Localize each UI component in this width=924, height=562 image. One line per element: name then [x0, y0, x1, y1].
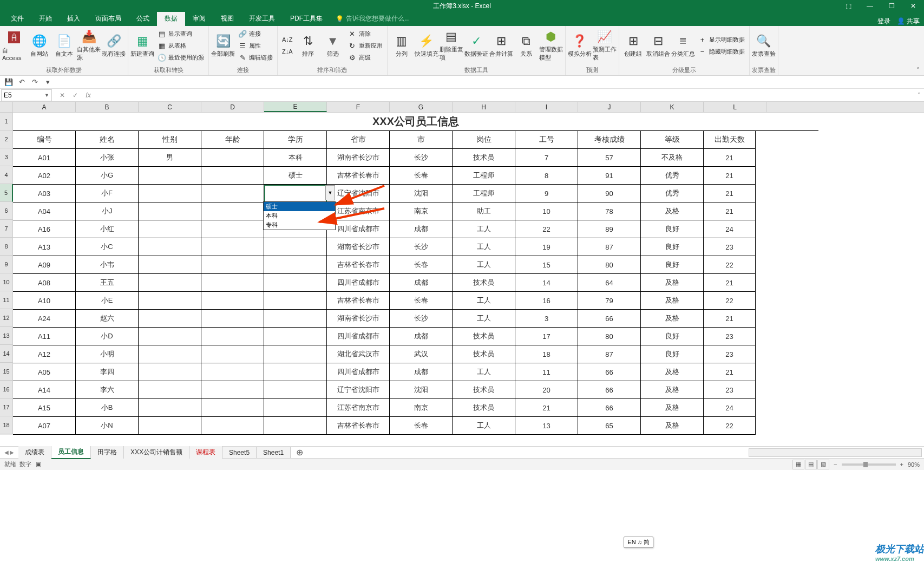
table-cell[interactable]: 良好 — [641, 238, 704, 256]
table-cell[interactable]: 技术员 — [453, 328, 515, 345]
table-cell[interactable]: 21 — [704, 310, 756, 328]
table-cell[interactable]: 长沙 — [390, 149, 453, 167]
add-sheet-button[interactable]: ⊕ — [291, 447, 309, 458]
table-cell[interactable]: 工人 — [453, 238, 515, 256]
forecast-button[interactable]: 📈预测工作表 — [593, 27, 617, 64]
table-cell[interactable]: 技术员 — [453, 149, 515, 167]
column-header[interactable]: A — [13, 102, 76, 112]
table-cell[interactable]: 13 — [515, 417, 578, 435]
table-cell[interactable]: 21 — [515, 399, 578, 417]
table-cell[interactable]: 小G — [76, 167, 139, 185]
hide-detail-button[interactable]: −隐藏明细数据 — [696, 46, 747, 57]
minimize-button[interactable]: — — [859, 0, 881, 12]
row-header[interactable]: 12 — [0, 309, 13, 327]
show-queries-button[interactable]: ▤显示查询 — [155, 28, 206, 40]
table-cell[interactable]: 赵六 — [76, 310, 139, 328]
table-cell[interactable]: 22 — [704, 256, 756, 274]
table-cell[interactable] — [139, 167, 201, 185]
sheet-tab[interactable]: XXX公司计销售额 — [124, 446, 189, 459]
from-table-button[interactable]: ▦从表格 — [155, 40, 206, 51]
table-cell[interactable]: 成都 — [390, 274, 453, 292]
table-cell[interactable]: 四川省成都市 — [327, 328, 390, 345]
table-cell[interactable] — [264, 292, 327, 310]
table-cell[interactable] — [139, 363, 201, 381]
table-cell[interactable]: 优秀 — [641, 185, 704, 202]
zoom-in-button[interactable]: + — [900, 461, 903, 468]
table-cell[interactable]: 长沙 — [390, 238, 453, 256]
qat-customize-button[interactable]: ▾ — [42, 77, 53, 88]
formula-input[interactable] — [94, 90, 913, 101]
table-cell[interactable]: A24 — [13, 310, 76, 328]
table-cell[interactable]: 长春 — [390, 417, 453, 435]
table-header-cell[interactable]: 市 — [390, 131, 453, 149]
redo-button[interactable]: ↷ — [29, 77, 40, 88]
page-break-button[interactable]: ▧ — [817, 460, 829, 469]
tab-home[interactable]: 开始 — [31, 11, 60, 26]
table-header-cell[interactable]: 省市 — [327, 131, 390, 149]
table-cell[interactable]: 沈阳 — [390, 185, 453, 202]
table-cell[interactable]: 小B — [76, 399, 139, 417]
table-header-cell[interactable]: 学历 — [264, 131, 327, 149]
table-cell[interactable]: 66 — [578, 399, 641, 417]
table-cell[interactable] — [201, 238, 264, 256]
table-cell[interactable]: 吉林省长春市 — [327, 256, 390, 274]
table-cell[interactable]: 15 — [515, 256, 578, 274]
table-cell[interactable]: 吉林省长春市 — [327, 167, 390, 185]
table-cell[interactable] — [264, 256, 327, 274]
table-cell[interactable]: 南京 — [390, 399, 453, 417]
table-cell[interactable]: 小明 — [76, 345, 139, 363]
table-cell[interactable] — [139, 292, 201, 310]
restore-button[interactable]: ❐ — [881, 0, 902, 12]
tab-file[interactable]: 文件 — [3, 11, 31, 26]
table-cell[interactable]: 及格 — [641, 274, 704, 292]
row-header[interactable]: 6 — [0, 202, 13, 220]
table-cell[interactable]: A16 — [13, 220, 76, 238]
row-header[interactable]: 13 — [0, 327, 13, 345]
table-cell[interactable]: 87 — [578, 345, 641, 363]
table-cell[interactable]: 21 — [704, 167, 756, 185]
column-header[interactable]: G — [390, 102, 453, 112]
table-cell[interactable]: 湖南省长沙市 — [327, 310, 390, 328]
close-button[interactable]: ✕ — [902, 0, 924, 12]
name-box[interactable]: E5▼ — [1, 89, 52, 101]
ungroup-button[interactable]: ⊟取消组合 — [646, 27, 670, 64]
table-cell[interactable] — [139, 381, 201, 399]
row-header[interactable]: 9 — [0, 256, 13, 273]
table-cell[interactable]: 四川省成都市 — [327, 363, 390, 381]
table-cell[interactable]: 及格 — [641, 363, 704, 381]
row-header[interactable]: 10 — [0, 273, 13, 291]
table-cell[interactable]: 吉林省长春市 — [327, 292, 390, 310]
group-button[interactable]: ⊞创建组 — [621, 27, 645, 64]
table-cell[interactable]: 技术员 — [453, 274, 515, 292]
table-cell[interactable]: 21 — [704, 274, 756, 292]
from-access-button[interactable]: 🅰自 Access — [2, 27, 26, 64]
column-header[interactable]: I — [515, 102, 578, 112]
table-cell[interactable] — [201, 185, 264, 202]
table-cell[interactable]: A07 — [13, 417, 76, 435]
column-header[interactable]: L — [704, 102, 766, 112]
cancel-formula-button[interactable]: ✕ — [56, 90, 68, 101]
tab-pdf[interactable]: PDF工具集 — [283, 11, 330, 26]
table-cell[interactable] — [139, 274, 201, 292]
table-cell[interactable] — [201, 328, 264, 345]
new-query-button[interactable]: ▦新建查询 — [130, 27, 154, 64]
table-cell[interactable] — [139, 220, 201, 238]
whatif-button[interactable]: ❓模拟分析 — [568, 27, 592, 64]
table-cell[interactable]: 66 — [578, 310, 641, 328]
table-cell[interactable]: 90 — [578, 185, 641, 202]
table-cell[interactable] — [139, 310, 201, 328]
table-cell[interactable] — [264, 345, 327, 363]
table-cell[interactable]: 7 — [515, 149, 578, 167]
table-cell[interactable]: 21 — [704, 149, 756, 167]
table-cell[interactable]: 14 — [515, 274, 578, 292]
table-cell[interactable]: 工程师 — [453, 167, 515, 185]
table-cell[interactable]: 91 — [578, 167, 641, 185]
table-cell[interactable]: 21 — [704, 185, 756, 202]
consolidate-button[interactable]: ⊞合并计算 — [489, 27, 513, 64]
table-cell[interactable]: 80 — [578, 328, 641, 345]
table-cell[interactable]: 23 — [704, 238, 756, 256]
table-header-cell[interactable]: 考核成绩 — [578, 131, 641, 149]
row-header[interactable]: 16 — [0, 381, 13, 398]
login-link[interactable]: 登录 — [877, 17, 890, 26]
table-cell[interactable]: 11 — [515, 363, 578, 381]
